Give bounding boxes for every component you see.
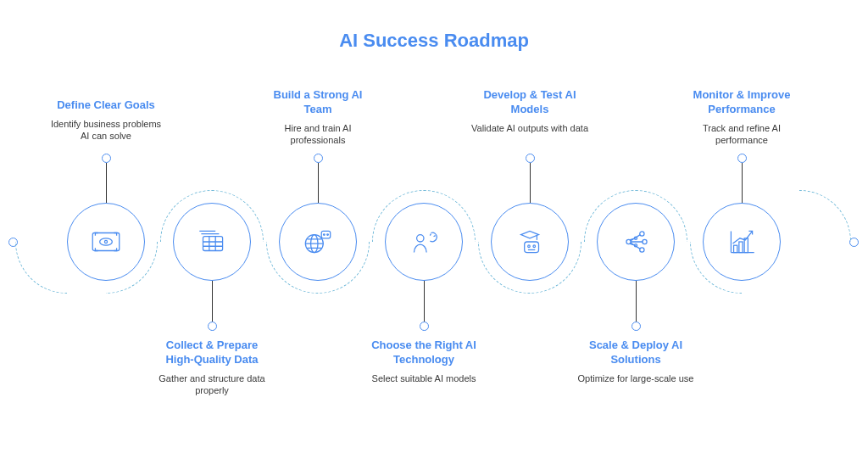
step-circle-6 [597,203,675,281]
step-title: Develop & Test AI Models [470,88,589,117]
step-title: Collect & Prepare High-Quality Data [153,339,271,367]
step-1: Define Clear Goals Identify business pro… [47,98,165,142]
step-title: Scale & Deploy AI Solutions [576,339,695,367]
step-subtitle: Select suitable AI models [364,372,483,384]
step-circle-7 [703,203,781,281]
connector-line-3 [318,163,319,203]
step-circle-3 [279,203,357,281]
connector-line-4 [424,281,425,322]
growth-chart-icon [724,224,760,260]
step-4: Choose the Right AI Technology Select su… [364,339,483,384]
svg-rect-3 [203,237,223,251]
connector-line-1 [106,163,107,203]
connector-dot-4 [420,322,429,331]
step-7: Monitor & Improve Performance Track and … [682,88,801,146]
step-3: Build a Strong AI Team Hire and train AI… [259,88,377,146]
svg-point-16 [640,248,644,252]
svg-rect-20 [739,242,743,253]
svg-point-1 [100,238,113,245]
step-subtitle: Identify business problems AI can solve [47,118,165,143]
step-circle-2 [173,203,251,281]
svg-rect-10 [525,242,539,253]
roadmap-diagram: Define Clear Goals Identify business pro… [0,69,868,459]
step-title: Choose the Right AI Technology [364,339,483,367]
connector-dot-3 [314,154,323,163]
step-subtitle: Track and refine AI performance [682,122,801,147]
step-subtitle: Hire and train AI professionals [259,122,377,147]
svg-point-9 [417,235,424,242]
svg-point-15 [643,239,647,243]
step-5: Develop & Test AI Models Validate AI out… [470,88,589,134]
connector-dot-2 [208,322,217,331]
step-title: Monitor & Improve Performance [682,88,801,117]
step-2: Collect & Prepare High-Quality Data Gath… [153,339,271,396]
person-gears-icon [406,224,442,260]
connector-line-7 [742,163,743,203]
page-title: AI Success Roadmap [0,0,868,52]
connector-dot-7 [737,154,747,163]
step-subtitle: Optimize for large-scale use [576,372,695,384]
connector-line-5 [530,163,531,203]
svg-point-2 [104,240,107,243]
connector-dot-6 [632,322,641,331]
svg-point-12 [533,245,536,248]
network-icon [618,224,654,260]
step-title: Build a Strong AI Team [259,88,377,117]
step-subtitle: Gather and structure data properly [153,372,271,397]
connector-dot-1 [102,154,111,163]
grad-robot-icon [512,224,548,260]
connector-line-2 [212,281,213,322]
svg-point-11 [528,245,531,248]
connector-dot-5 [526,154,535,163]
step-circle-4 [385,203,463,281]
step-circle-5 [491,203,569,281]
eye-frame-icon [88,224,124,260]
step-circle-1 [67,203,145,281]
svg-rect-6 [321,231,331,238]
svg-point-8 [327,234,329,236]
svg-point-14 [640,232,644,236]
data-table-icon [194,224,230,260]
globe-chat-icon [300,224,336,260]
svg-rect-19 [734,245,737,252]
svg-point-7 [324,234,326,236]
step-subtitle: Validate AI outputs with data [470,122,589,134]
connector-line-6 [636,281,637,322]
step-6: Scale & Deploy AI Solutions Optimize for… [576,339,695,384]
svg-rect-0 [92,233,120,251]
step-title: Define Clear Goals [47,98,165,113]
